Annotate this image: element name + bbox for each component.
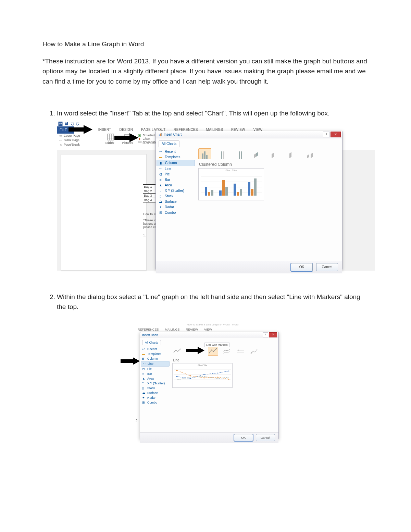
- scatter-icon: ∵: [159, 189, 163, 193]
- screenshot-icon: ⌧: [138, 140, 141, 144]
- group-label-pages: Pages: [71, 143, 79, 147]
- subtype-100-stacked-line-markers[interactable]: [235, 347, 246, 356]
- doc-title: How to Make a Line Graph in Word: [42, 40, 369, 48]
- subtype-stacked-column[interactable]: [216, 148, 229, 159]
- svg-point-39: [211, 349, 212, 350]
- arrow-to-line-category: [121, 357, 140, 365]
- chart-icon: ▮: [138, 137, 141, 140]
- cat-radar[interactable]: ✦Radar: [141, 395, 170, 400]
- help-button[interactable]: ?: [323, 132, 330, 137]
- tab-design[interactable]: DESIGN: [120, 128, 133, 132]
- cat-xy[interactable]: ∵X Y (Scatter): [141, 381, 170, 386]
- ok-button[interactable]: OK: [291, 263, 313, 271]
- folder-icon: ▬: [159, 155, 163, 159]
- radar-icon: ✦: [159, 205, 163, 209]
- cat-combo[interactable]: ⊞Combo: [157, 210, 195, 215]
- insert-chart-dialog: Insert Chart ? ✕ All Charts ↩Recent ▬Tem…: [155, 131, 342, 270]
- svg-point-42: [225, 349, 225, 350]
- cat-xy[interactable]: ∵X Y (Scatter): [157, 188, 195, 194]
- cat-area[interactable]: ▲Area: [157, 183, 195, 188]
- subtype-3d-stacked[interactable]: [270, 148, 283, 159]
- tab-mailings[interactable]: MAILINGS: [165, 328, 180, 331]
- bar-icon: ≡: [159, 178, 163, 182]
- svg-rect-16: [160, 134, 161, 136]
- cat-bar[interactable]: ≡Bar: [141, 371, 170, 376]
- svg-point-10: [125, 136, 127, 137]
- step-num-2: 2.: [136, 419, 138, 423]
- undo-icon[interactable]: [70, 122, 74, 126]
- chart-category-list: ↩Recent ▬Templates ▮Column ⁓Line ◔Pie ≡B…: [140, 345, 170, 432]
- svg-point-50: [217, 372, 218, 373]
- subtype-line-with-markers[interactable]: [208, 347, 218, 356]
- svg-rect-29: [237, 192, 239, 196]
- svg-point-53: [190, 375, 191, 376]
- svg-point-54: [203, 377, 204, 378]
- chart-preview: Chart Title: [198, 168, 264, 200]
- cat-templates[interactable]: ▬Templates: [157, 154, 195, 160]
- pie-icon: ◔: [159, 172, 163, 176]
- tab-all-charts[interactable]: All Charts: [142, 340, 161, 345]
- cat-pie[interactable]: ◔Pie: [141, 367, 170, 371]
- cat-stock[interactable]: ▯Stock: [157, 194, 195, 199]
- cat-line[interactable]: ⁓Line: [157, 166, 195, 172]
- cat-surface[interactable]: ⛰Surface: [157, 199, 195, 205]
- stock-icon: ▯: [159, 194, 163, 198]
- blank-page-button[interactable]: ▭Blank Page: [59, 138, 97, 143]
- close-button[interactable]: ✕: [269, 332, 277, 337]
- svg-rect-17: [161, 133, 162, 136]
- dialog-titlebar: Insert Chart ? ✕: [156, 131, 342, 138]
- subtype-stacked-line-markers[interactable]: [222, 347, 232, 356]
- subtype-3d-100-stacked[interactable]: [287, 148, 300, 159]
- cat-pie[interactable]: ◔Pie: [157, 172, 195, 177]
- pie-icon: ◔: [142, 367, 146, 371]
- cat-line[interactable]: ⁓Line: [141, 361, 170, 367]
- combo-icon: ⊞: [142, 401, 146, 404]
- word-window-title: How to Make a Line Graph in Word - Word: [136, 323, 290, 326]
- cancel-button[interactable]: Cancel: [256, 434, 275, 441]
- close-button[interactable]: ✕: [331, 132, 341, 137]
- pictures-button[interactable]: Pictures: [122, 134, 133, 145]
- cancel-button[interactable]: Cancel: [316, 263, 338, 271]
- line-icon: ⁓: [159, 167, 163, 171]
- tab-home[interactable]: HOME: [79, 128, 90, 132]
- svg-rect-27: [225, 187, 228, 196]
- tab-references[interactable]: REFERENCES: [138, 328, 159, 331]
- ok-button[interactable]: OK: [234, 434, 253, 441]
- cat-recent[interactable]: ↩Recent: [141, 347, 170, 351]
- cat-recent[interactable]: ↩Recent: [157, 149, 195, 154]
- cat-combo[interactable]: ⊞Combo: [141, 400, 170, 405]
- tab-review[interactable]: REVIEW: [186, 328, 198, 331]
- picture-icon: [124, 134, 131, 140]
- subtype-3d-line[interactable]: [249, 347, 259, 356]
- cat-templates[interactable]: ▬Templates: [141, 351, 170, 356]
- cat-surface[interactable]: ⛰Surface: [141, 391, 170, 395]
- chart-subtype-panel: Clustered Column Chart Title: [196, 147, 342, 261]
- cat-radar[interactable]: ✦Radar: [157, 205, 195, 210]
- cat-area[interactable]: ▲Area: [141, 376, 170, 381]
- tab-view[interactable]: VIEW: [204, 328, 212, 331]
- ribbon-tabs: REFERENCES MAILINGS REVIEW VIEW: [136, 328, 292, 331]
- surface-icon: ⛰: [142, 391, 146, 395]
- subtype-clustered-column[interactable]: [198, 148, 211, 159]
- cat-stock[interactable]: ▯Stock: [141, 386, 170, 391]
- svg-point-48: [190, 378, 191, 379]
- subtype-100-stacked-column[interactable]: [234, 148, 247, 159]
- break-icon: ⎋: [59, 143, 62, 147]
- tab-insert[interactable]: INSERT: [98, 128, 111, 132]
- tab-all-charts[interactable]: All Charts: [159, 140, 179, 147]
- subtype-tooltip: Line with Markers: [204, 343, 229, 347]
- cat-bar[interactable]: ≡Bar: [157, 177, 195, 183]
- area-icon: ▲: [159, 183, 163, 187]
- chart-preview: Chart Title: [172, 363, 233, 388]
- cat-column[interactable]: ▮Column: [141, 356, 170, 361]
- cat-column[interactable]: ▮Column: [157, 160, 195, 166]
- save-icon[interactable]: [64, 122, 68, 126]
- cover-page-button[interactable]: ▭Cover Page: [59, 134, 97, 138]
- subtype-3d-clustered[interactable]: [252, 148, 265, 159]
- help-button[interactable]: ?: [263, 332, 268, 337]
- subtype-3d-column[interactable]: [305, 148, 318, 159]
- tab-file[interactable]: FILE: [57, 126, 74, 134]
- dialog-titlebar: Insert Chart ? ✕: [140, 332, 278, 338]
- redo-icon[interactable]: [76, 122, 80, 126]
- subtype-line[interactable]: [172, 347, 183, 356]
